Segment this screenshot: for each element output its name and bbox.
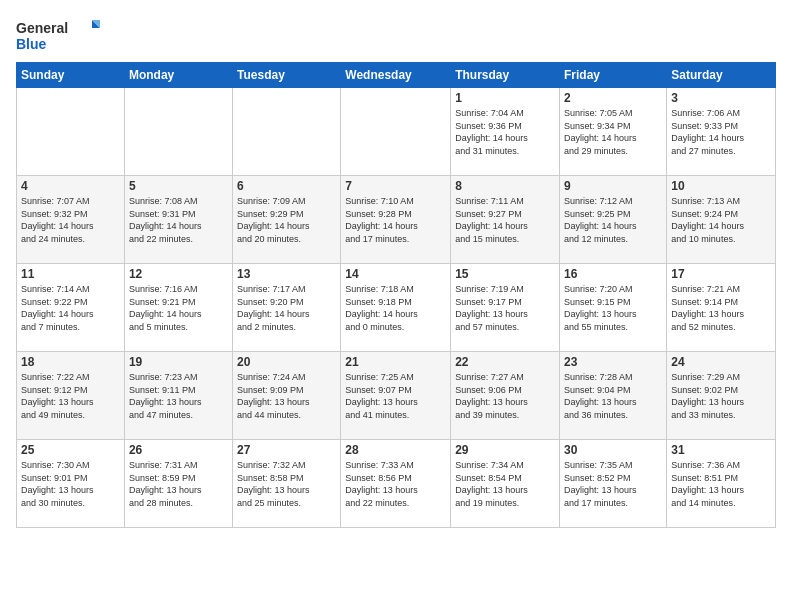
weekday-header-sunday: Sunday [17,63,125,88]
day-info: Sunrise: 7:18 AM Sunset: 9:18 PM Dayligh… [345,283,446,333]
calendar-cell: 23Sunrise: 7:28 AM Sunset: 9:04 PM Dayli… [560,352,667,440]
day-number: 9 [564,179,662,193]
day-info: Sunrise: 7:24 AM Sunset: 9:09 PM Dayligh… [237,371,336,421]
day-number: 8 [455,179,555,193]
calendar-week-5: 25Sunrise: 7:30 AM Sunset: 9:01 PM Dayli… [17,440,776,528]
calendar-table: SundayMondayTuesdayWednesdayThursdayFrid… [16,62,776,528]
day-number: 23 [564,355,662,369]
calendar-cell: 17Sunrise: 7:21 AM Sunset: 9:14 PM Dayli… [667,264,776,352]
calendar-cell: 22Sunrise: 7:27 AM Sunset: 9:06 PM Dayli… [451,352,560,440]
day-info: Sunrise: 7:29 AM Sunset: 9:02 PM Dayligh… [671,371,771,421]
day-number: 24 [671,355,771,369]
calendar-cell: 2Sunrise: 7:05 AM Sunset: 9:34 PM Daylig… [560,88,667,176]
day-info: Sunrise: 7:25 AM Sunset: 9:07 PM Dayligh… [345,371,446,421]
day-number: 1 [455,91,555,105]
calendar-week-2: 4Sunrise: 7:07 AM Sunset: 9:32 PM Daylig… [17,176,776,264]
day-number: 16 [564,267,662,281]
day-info: Sunrise: 7:10 AM Sunset: 9:28 PM Dayligh… [345,195,446,245]
calendar-cell: 7Sunrise: 7:10 AM Sunset: 9:28 PM Daylig… [341,176,451,264]
day-info: Sunrise: 7:36 AM Sunset: 8:51 PM Dayligh… [671,459,771,509]
calendar-cell: 19Sunrise: 7:23 AM Sunset: 9:11 PM Dayli… [124,352,232,440]
day-info: Sunrise: 7:11 AM Sunset: 9:27 PM Dayligh… [455,195,555,245]
calendar-cell: 27Sunrise: 7:32 AM Sunset: 8:58 PM Dayli… [233,440,341,528]
weekday-header-thursday: Thursday [451,63,560,88]
day-number: 27 [237,443,336,457]
weekday-header-row: SundayMondayTuesdayWednesdayThursdayFrid… [17,63,776,88]
day-number: 29 [455,443,555,457]
day-info: Sunrise: 7:30 AM Sunset: 9:01 PM Dayligh… [21,459,120,509]
day-info: Sunrise: 7:19 AM Sunset: 9:17 PM Dayligh… [455,283,555,333]
svg-text:General: General [16,20,68,36]
day-info: Sunrise: 7:21 AM Sunset: 9:14 PM Dayligh… [671,283,771,333]
calendar-cell: 13Sunrise: 7:17 AM Sunset: 9:20 PM Dayli… [233,264,341,352]
calendar-cell: 18Sunrise: 7:22 AM Sunset: 9:12 PM Dayli… [17,352,125,440]
day-info: Sunrise: 7:05 AM Sunset: 9:34 PM Dayligh… [564,107,662,157]
calendar-cell: 26Sunrise: 7:31 AM Sunset: 8:59 PM Dayli… [124,440,232,528]
calendar-cell: 31Sunrise: 7:36 AM Sunset: 8:51 PM Dayli… [667,440,776,528]
calendar-cell: 20Sunrise: 7:24 AM Sunset: 9:09 PM Dayli… [233,352,341,440]
calendar-cell: 30Sunrise: 7:35 AM Sunset: 8:52 PM Dayli… [560,440,667,528]
calendar-cell: 8Sunrise: 7:11 AM Sunset: 9:27 PM Daylig… [451,176,560,264]
day-info: Sunrise: 7:17 AM Sunset: 9:20 PM Dayligh… [237,283,336,333]
calendar-cell: 25Sunrise: 7:30 AM Sunset: 9:01 PM Dayli… [17,440,125,528]
calendar-cell: 11Sunrise: 7:14 AM Sunset: 9:22 PM Dayli… [17,264,125,352]
day-number: 20 [237,355,336,369]
day-info: Sunrise: 7:22 AM Sunset: 9:12 PM Dayligh… [21,371,120,421]
calendar-cell [341,88,451,176]
day-number: 2 [564,91,662,105]
day-info: Sunrise: 7:33 AM Sunset: 8:56 PM Dayligh… [345,459,446,509]
day-info: Sunrise: 7:04 AM Sunset: 9:36 PM Dayligh… [455,107,555,157]
calendar-cell [233,88,341,176]
day-number: 12 [129,267,228,281]
day-number: 13 [237,267,336,281]
calendar-cell: 6Sunrise: 7:09 AM Sunset: 9:29 PM Daylig… [233,176,341,264]
day-number: 5 [129,179,228,193]
calendar-cell: 15Sunrise: 7:19 AM Sunset: 9:17 PM Dayli… [451,264,560,352]
day-number: 30 [564,443,662,457]
calendar-cell: 29Sunrise: 7:34 AM Sunset: 8:54 PM Dayli… [451,440,560,528]
day-info: Sunrise: 7:14 AM Sunset: 9:22 PM Dayligh… [21,283,120,333]
svg-text:Blue: Blue [16,36,47,52]
calendar-week-1: 1Sunrise: 7:04 AM Sunset: 9:36 PM Daylig… [17,88,776,176]
day-number: 11 [21,267,120,281]
weekday-header-wednesday: Wednesday [341,63,451,88]
calendar-cell: 4Sunrise: 7:07 AM Sunset: 9:32 PM Daylig… [17,176,125,264]
day-number: 28 [345,443,446,457]
day-info: Sunrise: 7:35 AM Sunset: 8:52 PM Dayligh… [564,459,662,509]
day-info: Sunrise: 7:07 AM Sunset: 9:32 PM Dayligh… [21,195,120,245]
day-number: 31 [671,443,771,457]
calendar-week-4: 18Sunrise: 7:22 AM Sunset: 9:12 PM Dayli… [17,352,776,440]
calendar-cell: 1Sunrise: 7:04 AM Sunset: 9:36 PM Daylig… [451,88,560,176]
calendar-cell: 28Sunrise: 7:33 AM Sunset: 8:56 PM Dayli… [341,440,451,528]
day-number: 3 [671,91,771,105]
logo-svg: General Blue [16,16,106,54]
day-info: Sunrise: 7:31 AM Sunset: 8:59 PM Dayligh… [129,459,228,509]
day-number: 18 [21,355,120,369]
day-info: Sunrise: 7:28 AM Sunset: 9:04 PM Dayligh… [564,371,662,421]
day-info: Sunrise: 7:06 AM Sunset: 9:33 PM Dayligh… [671,107,771,157]
day-info: Sunrise: 7:13 AM Sunset: 9:24 PM Dayligh… [671,195,771,245]
calendar-cell: 12Sunrise: 7:16 AM Sunset: 9:21 PM Dayli… [124,264,232,352]
day-info: Sunrise: 7:32 AM Sunset: 8:58 PM Dayligh… [237,459,336,509]
day-info: Sunrise: 7:08 AM Sunset: 9:31 PM Dayligh… [129,195,228,245]
day-number: 17 [671,267,771,281]
calendar-cell: 9Sunrise: 7:12 AM Sunset: 9:25 PM Daylig… [560,176,667,264]
day-info: Sunrise: 7:34 AM Sunset: 8:54 PM Dayligh… [455,459,555,509]
calendar-cell [124,88,232,176]
page-container: General Blue SundayMondayTuesdayWednesda… [0,0,792,536]
calendar-cell: 10Sunrise: 7:13 AM Sunset: 9:24 PM Dayli… [667,176,776,264]
day-number: 6 [237,179,336,193]
day-info: Sunrise: 7:16 AM Sunset: 9:21 PM Dayligh… [129,283,228,333]
day-info: Sunrise: 7:27 AM Sunset: 9:06 PM Dayligh… [455,371,555,421]
day-info: Sunrise: 7:23 AM Sunset: 9:11 PM Dayligh… [129,371,228,421]
day-number: 21 [345,355,446,369]
day-info: Sunrise: 7:12 AM Sunset: 9:25 PM Dayligh… [564,195,662,245]
logo: General Blue [16,16,106,54]
calendar-cell: 3Sunrise: 7:06 AM Sunset: 9:33 PM Daylig… [667,88,776,176]
calendar-cell: 14Sunrise: 7:18 AM Sunset: 9:18 PM Dayli… [341,264,451,352]
weekday-header-friday: Friday [560,63,667,88]
day-number: 22 [455,355,555,369]
day-number: 4 [21,179,120,193]
weekday-header-tuesday: Tuesday [233,63,341,88]
weekday-header-saturday: Saturday [667,63,776,88]
